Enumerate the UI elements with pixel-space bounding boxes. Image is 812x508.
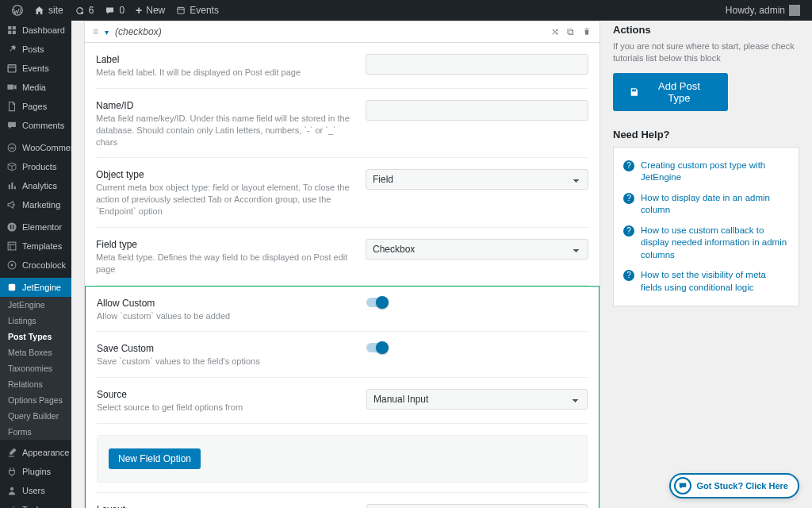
site-link[interactable]: site (29, 0, 69, 21)
new-link[interactable]: +New (130, 0, 170, 21)
account-link[interactable]: Howdy, admin (720, 5, 806, 16)
updates-count: 6 (89, 5, 94, 16)
admin-bar: site 6 0 +New Events Howdy, admin (0, 0, 812, 21)
svg-rect-1 (178, 7, 184, 13)
events-label: Events (190, 5, 219, 16)
wp-logo[interactable] (6, 0, 29, 21)
updates-link[interactable]: 6 (69, 0, 100, 21)
howdy-text: Howdy, admin (726, 5, 785, 16)
new-label: New (146, 5, 165, 16)
avatar (789, 5, 800, 16)
events-link[interactable]: Events (170, 0, 224, 21)
comments-count: 0 (119, 5, 124, 16)
site-name: site (48, 5, 63, 16)
comments-link[interactable]: 0 (99, 0, 130, 21)
